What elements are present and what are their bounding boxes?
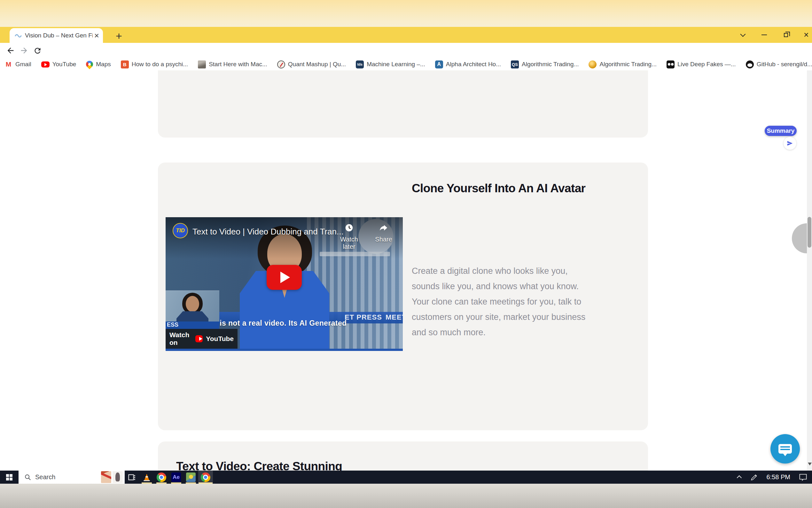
desktop-band-bottom [0,484,812,508]
watch-later-button[interactable]: Watch later [336,223,362,251]
bookmark-gmail[interactable]: M Gmail [4,60,31,69]
bookmark-machine-learning[interactable]: tds Machine Learning –... [356,60,425,69]
watch-on-youtube-button[interactable]: Watch on YouTube [165,329,238,349]
tab-search-chevron-button[interactable] [738,27,749,43]
clock-time[interactable]: 6:58 PM [767,473,790,481]
bookmark-label: Machine Learning –... [367,61,425,68]
window-close-button[interactable]: × [801,27,812,43]
bookmark-label: How to do a psychi... [132,61,188,68]
reload-button[interactable] [32,45,43,56]
close-icon: × [804,31,809,39]
gold-dot-icon [588,60,596,69]
text-to-video-heading: Text to Video: Create Stunning [176,460,342,471]
github-icon [746,60,754,69]
windows-logo-icon [6,474,12,480]
windows-ink-pen-icon[interactable] [750,473,758,481]
bookmark-start-here[interactable]: Start Here with Mac... [198,60,267,69]
bookmark-live-deep-fakes[interactable]: Live Deep Fakes —... [667,60,736,69]
scrollbar-down-arrow[interactable] [808,463,812,465]
summary-extension-badge[interactable]: Summary [765,126,797,136]
bookmark-label: Gmail [15,61,31,68]
youtube-logo-icon [195,335,203,342]
section-card-top [158,70,648,137]
bookmark-youtube[interactable]: YouTube [41,61,77,68]
tab-close-icon[interactable]: × [94,31,99,40]
bookmark-label: Algorithmic Trading... [600,61,656,68]
google-maps-pin-icon [85,59,95,69]
channel-avatar[interactable]: TID [173,223,188,238]
bookmark-maps[interactable]: Maps [86,61,111,68]
pip-ticker-strip: ESS [165,322,219,329]
back-button[interactable] [5,45,16,56]
search-highlight-image[interactable] [101,471,111,483]
bookmark-quant-mashup[interactable]: Quant Mashup | Qu... [277,60,346,69]
blogger-icon: B [121,60,129,69]
clone-section-heading: Clone Yourself Into An AI Avatar [412,182,585,195]
ticker-text: ESS [167,322,178,328]
task-view-button[interactable] [125,471,139,484]
clock-icon [344,223,354,232]
browser-toolbar: visiondub.com [0,43,812,58]
tab-title: Vision Dub – Next Gen Filmmak [25,32,93,39]
bookmark-algo-trading-2[interactable]: Algorithmic Trading... [588,60,656,69]
after-effects-icon: Ae [171,472,181,482]
video-bottom-strip [165,349,403,351]
desktop-wallpaper-top [0,0,812,27]
image-file-taskbar-icon[interactable] [184,471,198,484]
search-highlight-image[interactable] [112,471,123,483]
after-effects-taskbar-icon[interactable]: Ae [169,471,184,484]
system-tray: 6:58 PM [738,471,812,484]
chrome-taskbar-icon[interactable] [154,471,169,484]
chat-widget-button[interactable] [770,434,800,464]
bookmark-label: YouTube [52,61,77,68]
share-label: Share [371,236,396,243]
bookmark-psychi[interactable]: B How to do a psychi... [121,60,188,69]
restore-button[interactable] [780,27,792,43]
bookmarks-bar: M Gmail YouTube Maps B How to do a psych… [0,58,812,70]
browser-tab[interactable]: Vision Dub – Next Gen Filmmak × [10,28,103,43]
side-panel-pull-tab[interactable] [792,223,807,253]
bookmark-label: Algorithmic Trading... [522,61,579,68]
picture-in-picture-thumbnail: ESS [165,291,219,329]
restore-icon [784,33,788,37]
start-button[interactable] [0,471,18,484]
bookmark-label: GitHub - serengil/d... [757,61,812,68]
video-share-button[interactable]: Share [371,223,396,243]
compass-icon [277,60,285,69]
video-title-link[interactable]: Text to Video | Video Dubbing and Tran..… [192,227,352,237]
summary-extension-launcher[interactable] [783,137,796,150]
bookmark-label: Live Deep Fakes —... [677,61,736,68]
action-center-icon[interactable] [799,473,808,482]
minimize-icon [762,35,767,35]
pip-anchor-face [186,296,199,312]
youtube-icon [41,61,50,68]
scrollbar-track[interactable] [807,70,812,471]
duck-picture-icon [186,472,196,482]
play-button[interactable] [267,265,302,290]
chrome-active-taskbar-icon[interactable] [198,471,213,484]
youtube-embed[interactable]: ET PRESS MEET TID Text to Video | Video … [165,217,403,351]
forward-arrow-icon [19,46,29,55]
chat-bubble-icon [778,444,792,454]
clone-section-card: Clone Yourself Into An AI Avatar ET PRES… [158,163,648,430]
share-arrow-icon [379,223,388,232]
text-to-video-section-card: Text to Video: Create Stunning [158,441,648,471]
chrome-icon [157,472,166,482]
scrollbar-thumb[interactable] [808,217,811,248]
search-icon [24,474,31,481]
bookmark-alpha-architect[interactable]: A Alpha Architect Ho... [435,60,501,69]
forward-button[interactable] [18,45,30,56]
bookmark-algo-trading-1[interactable]: QS Algorithmic Trading... [511,60,579,69]
vlc-taskbar-icon[interactable] [139,471,154,484]
watch-on-label: Watch on [170,331,192,346]
chevron-down-icon [740,31,746,37]
taskbar-search-box[interactable]: Search [18,471,125,484]
back-arrow-icon [6,46,15,55]
windows-taskbar: Search Ae [0,471,812,484]
minimize-button[interactable] [758,27,770,43]
search-placeholder: Search [35,473,55,481]
task-view-icon [128,473,137,482]
taskbar-apps: Ae [125,471,213,484]
new-tab-button[interactable]: + [112,30,125,42]
bookmark-github[interactable]: GitHub - serengil/d... [746,60,812,69]
